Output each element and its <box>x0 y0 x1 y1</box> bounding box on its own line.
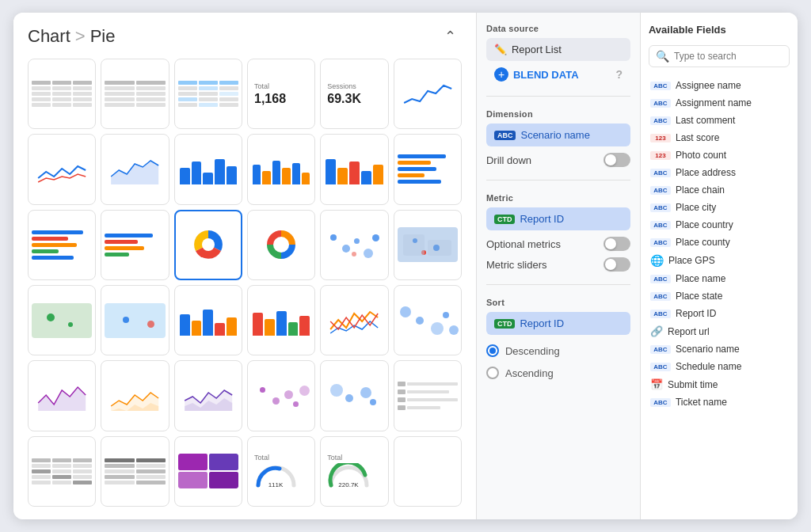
field-item[interactable]: 123Last score <box>649 129 790 146</box>
chart-cell-table-dark2[interactable] <box>101 436 169 507</box>
stat-sessions-value: 69.3K <box>327 92 361 106</box>
chart-cell-map-area[interactable] <box>28 285 96 355</box>
field-item[interactable]: ABCSchedule name <box>649 358 790 375</box>
metric-sliders-row: Metric sliders <box>486 257 630 272</box>
ascending-radio[interactable] <box>486 367 499 379</box>
chart-cell-hbar-colored[interactable] <box>28 210 96 280</box>
optional-metrics-row: Optional metrics <box>486 237 630 251</box>
datasource-row[interactable]: ✏️ Report List <box>486 38 630 61</box>
chart-word: Chart <box>28 26 70 47</box>
chart-cell-multiline1[interactable] <box>28 134 96 204</box>
chart-cell-scatter3[interactable] <box>247 360 315 431</box>
field-name: Assignee name <box>676 80 741 91</box>
collapse-button[interactable]: ⌃ <box>440 25 462 48</box>
search-box: 🔍 <box>649 45 790 67</box>
dimension-value: Scenario name <box>520 129 589 141</box>
sort-descending[interactable]: Descending <box>486 341 630 360</box>
field-name: Ticket name <box>676 397 727 408</box>
chart-cell-area-purple2[interactable] <box>174 360 242 431</box>
field-item[interactable]: ABCPlace name <box>649 270 790 287</box>
stat-total-label: Total <box>254 82 269 90</box>
field-badge: 123 <box>650 134 671 142</box>
chart-cell-map1[interactable] <box>394 210 462 280</box>
chart-type: Pie <box>90 26 116 47</box>
sort-ascending[interactable]: Ascending <box>486 363 630 382</box>
chart-cell-treemap[interactable] <box>174 436 242 507</box>
drilldown-toggle[interactable] <box>603 153 630 167</box>
optional-metrics-label: Optional metrics <box>486 238 561 250</box>
chart-cell-bar-grouped[interactable] <box>247 134 315 204</box>
chart-cell-scatter1[interactable] <box>320 210 388 280</box>
search-input[interactable] <box>674 51 782 62</box>
chart-cell-total[interactable]: Total 1,168 <box>247 59 315 129</box>
chart-cell-sessions[interactable]: Sessions 69.3K <box>320 59 388 129</box>
chart-cell-table-dark1[interactable] <box>28 436 96 507</box>
chart-cell-table2[interactable] <box>101 59 169 129</box>
divider3 <box>486 284 630 285</box>
sort-section: Sort CTD Report ID Descending Ascending <box>486 298 630 382</box>
chart-cell-bar-color[interactable] <box>174 285 242 355</box>
chart-header: Chart > Pie ⌃ <box>28 25 462 48</box>
field-item[interactable]: 123Photo count <box>649 146 790 164</box>
field-item[interactable]: ABCAssignment name <box>649 94 790 112</box>
blend-row[interactable]: + BLEND DATA ? <box>486 66 630 83</box>
chart-cell-gauge2[interactable]: Total 220.7K <box>320 436 388 507</box>
field-item[interactable]: ABCTicket name <box>649 393 790 411</box>
field-badge: ABC <box>650 99 671 108</box>
field-item[interactable]: ABCPlace city <box>649 199 790 216</box>
field-item[interactable]: ABCAssignee name <box>649 77 790 94</box>
stat-total-value: 1,168 <box>254 92 286 106</box>
dimension-pill[interactable]: ABC Scenario name <box>486 124 630 146</box>
field-item[interactable]: ABCPlace country <box>649 216 790 234</box>
chart-cell-multiline2[interactable] <box>320 285 388 355</box>
search-icon: 🔍 <box>656 50 669 63</box>
field-name: Place country <box>676 219 733 230</box>
help-icon[interactable]: ? <box>615 68 623 81</box>
chart-cell-hbar1[interactable] <box>394 134 462 204</box>
field-badge: ABC <box>650 238 671 247</box>
field-item[interactable]: ABCPlace address <box>649 164 790 181</box>
field-item[interactable]: ABCPlace county <box>649 234 790 251</box>
chart-cell-scatter2[interactable] <box>394 285 462 355</box>
field-list: ABCAssignee nameABCAssignment nameABCLas… <box>649 77 790 508</box>
chart-cell-table3[interactable] <box>174 59 242 129</box>
metric-label: Metric <box>486 193 630 203</box>
chart-cell-map-world[interactable] <box>101 285 169 355</box>
chart-cell-empty[interactable] <box>394 436 462 507</box>
gps-icon: 🌐 <box>650 254 664 267</box>
field-badge: ABC <box>650 203 671 212</box>
chart-cell-gauge1[interactable]: Total 111K <box>247 436 315 507</box>
metric-pill[interactable]: CTD Report ID <box>486 207 630 230</box>
sort-field-pill[interactable]: CTD Report ID <box>486 312 630 335</box>
chart-cell-area1[interactable] <box>101 134 169 204</box>
chart-cell-pie[interactable] <box>174 210 242 280</box>
sort-badge: CTD <box>494 319 516 329</box>
optional-metrics-toggle[interactable] <box>603 237 630 251</box>
chart-cell-bar-grouped2[interactable] <box>320 134 388 204</box>
chart-cell-donut[interactable] <box>247 210 315 280</box>
sort-field-value: Report ID <box>520 317 564 329</box>
chart-cell-table1[interactable] <box>28 59 96 129</box>
field-badge: ABC <box>650 345 671 354</box>
divider2 <box>486 180 630 180</box>
field-badge: ABC <box>650 292 671 301</box>
field-item[interactable]: 📅Submit time <box>649 375 790 393</box>
chart-cell-area-purple[interactable] <box>28 360 96 431</box>
descending-radio[interactable] <box>486 344 499 357</box>
field-name: Scenario name <box>676 344 740 355</box>
chart-cell-bar1[interactable] <box>174 134 242 204</box>
field-item[interactable]: 🌐Place GPS <box>649 251 790 270</box>
chart-cell-line1[interactable] <box>394 59 462 129</box>
metric-sliders-toggle[interactable] <box>603 257 630 272</box>
field-item[interactable]: ABCLast comment <box>649 112 790 129</box>
field-item[interactable]: 🔗Report url <box>649 322 790 340</box>
field-item[interactable]: ABCReport ID <box>649 305 790 322</box>
field-item[interactable]: ABCPlace state <box>649 287 790 305</box>
chart-cell-hbar-list[interactable] <box>394 360 462 431</box>
chart-cell-area-orange[interactable] <box>101 360 169 431</box>
chart-cell-bar-color2[interactable] <box>247 285 315 355</box>
chart-cell-scatter4[interactable] <box>320 360 388 431</box>
field-item[interactable]: ABCScenario name <box>649 340 790 358</box>
chart-cell-hbar-multi[interactable] <box>101 210 169 280</box>
field-item[interactable]: ABCPlace chain <box>649 181 790 199</box>
